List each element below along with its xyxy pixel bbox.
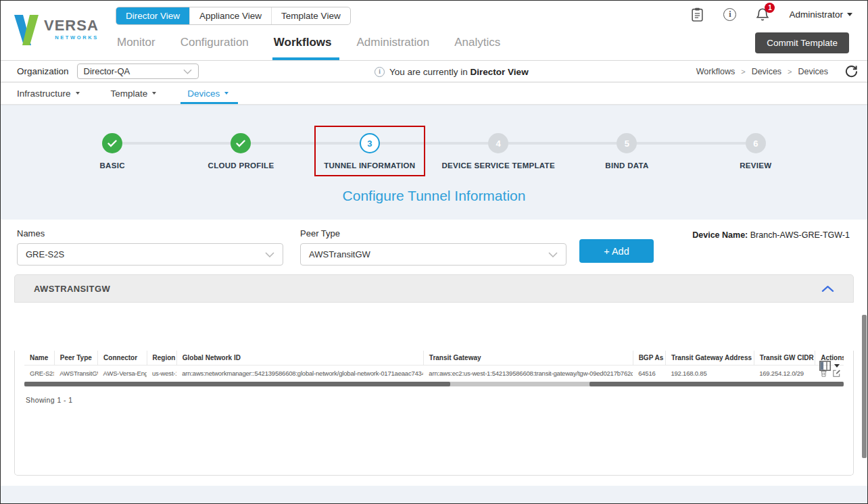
device-name: Device Name: Branch-AWS-GRE-TGW-1 <box>692 230 850 240</box>
col-transit-gateway: Transit Gateway <box>423 351 633 366</box>
col-name: Name <box>24 351 54 366</box>
page-title: Configure Tunnel Information <box>1 188 867 204</box>
names-selected-value: GRE-S2S <box>26 249 64 259</box>
step-cloud-profile[interactable]: CLOUD PROFILE <box>176 133 305 170</box>
breadcrumb-separator: > <box>788 68 792 76</box>
view-switcher: Director View Appliance View Template Vi… <box>116 7 351 25</box>
help-info-icon[interactable]: i <box>723 8 736 21</box>
step-label: TUNNEL INFORMATION <box>306 161 434 170</box>
nav-analytics[interactable]: Analytics <box>454 36 500 61</box>
step-number: 6 <box>746 133 766 153</box>
notice-text: You are currently in <box>389 67 468 77</box>
tunnel-form: Names GRE-S2S Peer Type AWSTransitGW + A… <box>1 220 867 274</box>
subnav-template[interactable]: Template <box>111 82 157 104</box>
cell-peer-type: AWSTransitGW <box>54 366 97 382</box>
nav-configuration[interactable]: Configuration <box>180 36 249 61</box>
nav-administration[interactable]: Administration <box>356 36 429 61</box>
peer-type-select[interactable]: AWSTransitGW <box>300 243 566 266</box>
step-bind-data[interactable]: 5 BIND DATA <box>562 133 691 170</box>
step-label: CLOUD PROFILE <box>176 161 305 170</box>
nav-workflows[interactable]: Workflows <box>274 36 332 61</box>
step-tunnel-information[interactable]: 3 TUNNEL INFORMATION <box>306 133 434 170</box>
wizard-section: BASIC CLOUD PROFILE 3 TUNNEL INFORMATION… <box>1 105 867 220</box>
names-label: Names <box>17 228 283 238</box>
organization-label: Organization <box>17 66 69 76</box>
spacer-strip <box>1 486 867 504</box>
col-peer-type: Peer Type <box>54 351 97 366</box>
add-button[interactable]: + Add <box>579 239 654 263</box>
versa-logo-text: VERSA NETWORKS <box>44 18 99 41</box>
panel-title: AWSTRANSITGW <box>34 284 110 294</box>
names-select[interactable]: GRE-S2S <box>17 243 283 266</box>
page-vertical-scrollbar[interactable] <box>862 315 867 458</box>
cell-transit-gw-cidr: 169.254.12.0/29 <box>754 366 815 382</box>
table-row: GRE-S2S AWSTransitGW AWS-Versa-Engg us-w… <box>24 366 844 382</box>
versa-director-window: VERSA NETWORKS Director View Appliance V… <box>0 0 868 504</box>
showing-count: Showing 1 - 1 <box>26 396 844 404</box>
cell-global-network-id: arn:aws:networkmanager::542139586608:glo… <box>176 366 423 382</box>
breadcrumb-devices-2[interactable]: Devices <box>798 67 828 76</box>
col-bgp-as-no: BGP As No <box>633 351 665 366</box>
column-selector[interactable] <box>819 361 840 371</box>
versa-logo-icon <box>14 14 39 46</box>
cell-transit-gateway-address: 192.168.0.85 <box>665 366 754 382</box>
tasks-clipboard-icon[interactable] <box>692 7 703 22</box>
chevron-down-icon <box>183 69 192 74</box>
wizard-stepper: BASIC CLOUD PROFILE 3 TUNNEL INFORMATION… <box>48 133 820 170</box>
notifications-bell-icon[interactable]: 1 <box>756 7 769 22</box>
main-nav: Monitor Configuration Workflows Administ… <box>117 36 500 61</box>
step-review[interactable]: 6 REVIEW <box>692 133 820 170</box>
header-icon-group: i 1 Administrator <box>692 7 852 22</box>
versa-logo: VERSA NETWORKS <box>14 14 99 46</box>
step-done-check-icon <box>102 133 122 153</box>
cell-transit-gateway: arn:aws:ec2:us-west-1:542139586608:trans… <box>423 366 633 382</box>
peer-type-label: Peer Type <box>300 228 566 238</box>
commit-template-button[interactable]: Commit Template <box>755 32 849 53</box>
cell-region: us-west-1 <box>147 366 176 382</box>
device-name-value: Branch-AWS-GRE-TGW-1 <box>750 230 850 240</box>
organization-selected-value: Director-QA <box>84 66 130 76</box>
breadcrumb-devices[interactable]: Devices <box>752 67 781 76</box>
tab-appliance-view[interactable]: Appliance View <box>190 7 272 24</box>
cell-connector: AWS-Versa-Engg <box>98 366 147 382</box>
notification-badge: 1 <box>765 3 775 13</box>
breadcrumb-separator: > <box>741 68 745 76</box>
step-device-service-template[interactable]: 4 DEVICE SERVICE TEMPLATE <box>434 133 562 170</box>
scrollbar-thumb[interactable] <box>589 382 844 386</box>
nav-monitor[interactable]: Monitor <box>117 36 155 61</box>
brand-name: VERSA <box>44 18 99 33</box>
step-label: REVIEW <box>692 161 820 170</box>
caret-down-icon <box>152 92 156 95</box>
breadcrumb-workflows[interactable]: Workflows <box>696 67 735 76</box>
device-name-label: Device Name: <box>692 230 748 240</box>
organization-bar: Organization Director-QA i You are curre… <box>1 61 867 82</box>
step-label: BASIC <box>48 161 176 170</box>
col-transit-gw-cidr: Transit GW CIDR <box>754 351 815 366</box>
subnav-infrastructure[interactable]: Infrastructure <box>17 82 80 104</box>
user-menu[interactable]: Administrator <box>789 9 852 20</box>
cell-name-link[interactable]: GRE-S2S <box>24 366 54 382</box>
step-label: BIND DATA <box>562 161 691 170</box>
refresh-icon[interactable] <box>845 65 858 80</box>
info-icon: i <box>375 67 385 77</box>
subnav-devices[interactable]: Devices <box>187 82 228 104</box>
awstransitgw-panel: AWSTRANSITGW Name Peer Type <box>14 274 854 476</box>
step-number: 5 <box>617 133 637 153</box>
panel-body: Name Peer Type Connector Region Global N… <box>14 351 854 476</box>
columns-icon <box>819 361 831 371</box>
tab-template-view[interactable]: Template View <box>272 7 350 24</box>
step-label: DEVICE SERVICE TEMPLATE <box>434 161 562 170</box>
caret-down-icon <box>834 364 840 368</box>
step-done-check-icon <box>231 133 251 153</box>
collapse-chevron-up-icon[interactable] <box>821 285 834 292</box>
breadcrumb: Workflows > Devices > Devices <box>696 61 828 82</box>
step-number: 3 <box>360 133 380 153</box>
chevron-down-icon <box>548 252 558 257</box>
step-basic[interactable]: BASIC <box>48 133 176 170</box>
organization-select[interactable]: Director-QA <box>77 64 199 79</box>
panel-header[interactable]: AWSTRANSITGW <box>14 274 854 303</box>
scrollbar-thumb[interactable] <box>24 382 450 386</box>
current-view-notice: i You are currently in Director View <box>375 61 529 82</box>
tab-director-view[interactable]: Director View <box>116 7 190 24</box>
table-horizontal-scrollbar[interactable] <box>24 382 844 386</box>
